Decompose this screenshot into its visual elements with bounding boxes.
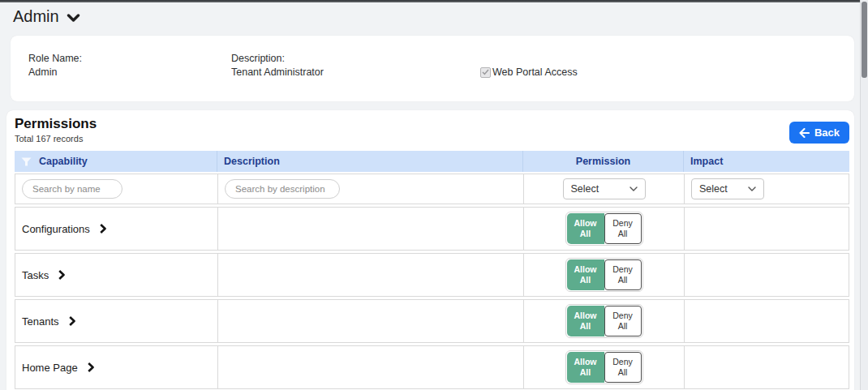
capability-expand-toggle[interactable]: Tasks [22,269,65,281]
permission-cell: Allow All Deny All [524,346,685,388]
allow-all-button[interactable]: Allow All [567,213,604,244]
impact-select-dropdown[interactable]: Select [691,178,764,199]
allow-all-button[interactable]: Allow All [567,306,604,336]
filter-cell-description [218,174,524,204]
permissions-title: Permissions [15,116,97,132]
impact-cell [685,208,850,250]
role-description-field: Description: Tenant Administrator [231,52,324,79]
vertical-scrollbar[interactable] [860,0,868,390]
column-header-capability-label: Capability [39,156,88,167]
impact-select-value: Select [699,183,728,195]
column-header-permission[interactable]: Permission [523,151,684,172]
deny-all-line2: All [618,229,628,238]
deny-all-line2: All [618,275,628,285]
total-records-text: Total 167 records [15,134,83,144]
chevron-down-icon [630,186,638,191]
table-filter-row: Select Select [15,174,849,204]
column-header-capability[interactable]: Capability [15,151,217,172]
window-top-border [0,0,868,2]
web-portal-access-field: Web Portal Access [480,66,578,78]
back-button[interactable]: Back [789,122,849,144]
search-by-description-input[interactable] [225,179,340,199]
column-header-impact[interactable]: Impact [684,151,849,172]
capability-cell: Configurations [15,208,218,250]
permissions-table: Capability Description Permission Impact… [15,151,849,389]
page-title[interactable]: Admin [13,7,80,26]
deny-all-button[interactable]: Deny All [604,259,642,290]
deny-all-button[interactable]: Deny All [604,306,642,336]
chevron-right-icon[interactable] [88,362,94,372]
web-portal-access-checkbox[interactable] [480,67,491,78]
chevron-down-icon[interactable] [67,14,80,23]
table-row: Configurations Allow All Deny All [15,207,849,251]
role-name-label: Role Name: [28,52,82,66]
permission-select-value: Select [571,183,599,195]
capability-expand-toggle[interactable]: Tenants [22,315,75,328]
permission-select-dropdown[interactable]: Select [563,178,646,199]
permissions-card: Permissions Total 167 records Back Capab… [6,110,854,390]
filter-cell-permission: Select [524,174,685,204]
permission-button-group: Allow All Deny All [565,258,643,292]
chevron-right-icon[interactable] [100,224,106,234]
deny-all-line1: Deny [612,264,633,274]
column-header-description[interactable]: Description [217,151,523,172]
allow-all-line1: Allow [574,311,597,320]
allow-all-line2: All [580,229,591,238]
permission-button-group: Allow All Deny All [565,304,643,338]
allow-all-line2: All [580,321,591,331]
permission-cell: Allow All Deny All [524,254,685,296]
column-header-permission-label: Permission [576,156,630,167]
role-description-value: Tenant Administrator [231,66,324,78]
chevron-right-icon[interactable] [69,316,75,326]
permission-cell: Allow All Deny All [524,208,685,250]
filter-funnel-icon[interactable] [21,157,32,166]
page-title-text: Admin [13,7,59,26]
table-row: Tenants Allow All Deny All [15,299,849,343]
description-cell [218,346,524,388]
filter-cell-impact: Select [685,174,850,204]
description-cell [218,300,524,342]
description-cell [218,254,524,296]
role-name-value: Admin [28,66,57,78]
allow-all-line2: All [580,367,591,377]
permission-button-group: Allow All Deny All [565,212,643,246]
capability-expand-toggle[interactable]: Configurations [22,223,106,235]
chevron-right-icon[interactable] [58,270,65,280]
search-by-name-input[interactable] [22,179,122,199]
deny-all-line2: All [618,367,628,377]
capability-expand-toggle[interactable]: Home Page [22,362,94,374]
capability-cell: Tenants [15,300,218,342]
capability-label: Configurations [22,223,90,235]
column-header-description-label: Description [224,156,280,167]
impact-cell [685,254,850,296]
capability-cell: Home Page [15,346,218,388]
allow-all-line2: All [580,275,591,285]
table-row: Tasks Allow All Deny All [15,253,849,297]
role-name-field: Role Name: Admin [28,52,82,79]
deny-all-line1: Deny [612,357,633,366]
allow-all-button[interactable]: Allow All [567,352,604,383]
role-info-card: Role Name: Admin Description: Tenant Adm… [11,36,854,101]
table-header-row: Capability Description Permission Impact [15,151,849,172]
impact-cell [685,346,850,388]
deny-all-button[interactable]: Deny All [604,352,642,383]
scrollbar-thumb[interactable] [862,2,867,78]
allow-all-line1: Allow [574,264,597,274]
deny-all-button[interactable]: Deny All [604,213,642,244]
chevron-down-icon [748,186,756,191]
deny-all-line1: Deny [612,218,633,228]
capability-cell: Tasks [15,254,218,296]
permission-cell: Allow All Deny All [524,300,685,342]
capability-label: Tenants [22,315,59,328]
capability-label: Home Page [22,362,78,374]
deny-all-line2: All [618,321,628,331]
capability-label: Tasks [22,269,49,281]
description-cell [218,208,524,250]
allow-all-button[interactable]: Allow All [567,259,604,290]
filter-cell-capability [15,174,218,204]
web-portal-access-label: Web Portal Access [492,66,578,78]
impact-cell [685,300,850,342]
table-row: Home Page Allow All Deny All [15,345,849,389]
allow-all-line1: Allow [574,357,597,366]
arrow-left-icon [799,128,810,138]
